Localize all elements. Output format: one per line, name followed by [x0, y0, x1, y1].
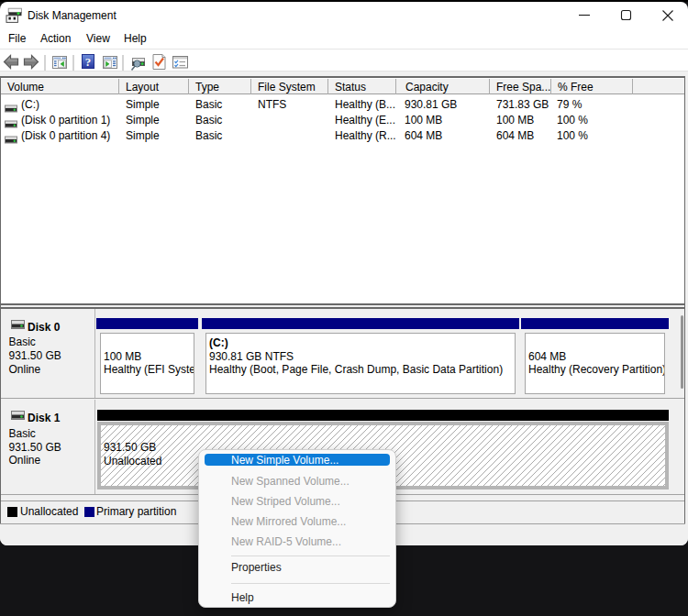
svg-text:?: ?	[85, 55, 92, 69]
